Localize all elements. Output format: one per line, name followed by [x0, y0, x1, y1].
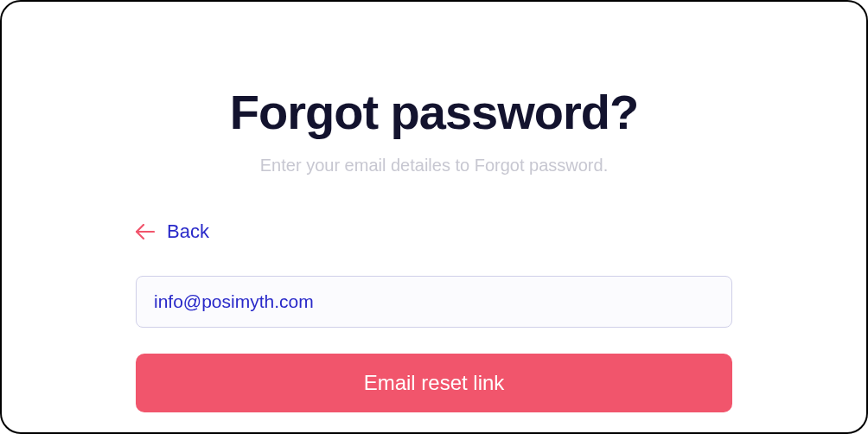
page-title: Forgot password? [230, 84, 638, 140]
arrow-left-icon [136, 224, 155, 239]
back-label: Back [167, 220, 209, 243]
form-wrapper: Back Email reset link [136, 220, 732, 412]
email-reset-button[interactable]: Email reset link [136, 354, 732, 412]
forgot-password-card: Forgot password? Enter your email detail… [0, 0, 868, 434]
back-link[interactable]: Back [136, 220, 209, 243]
email-field[interactable] [136, 276, 732, 328]
page-subtitle: Enter your email detailes to Forgot pass… [260, 156, 608, 176]
